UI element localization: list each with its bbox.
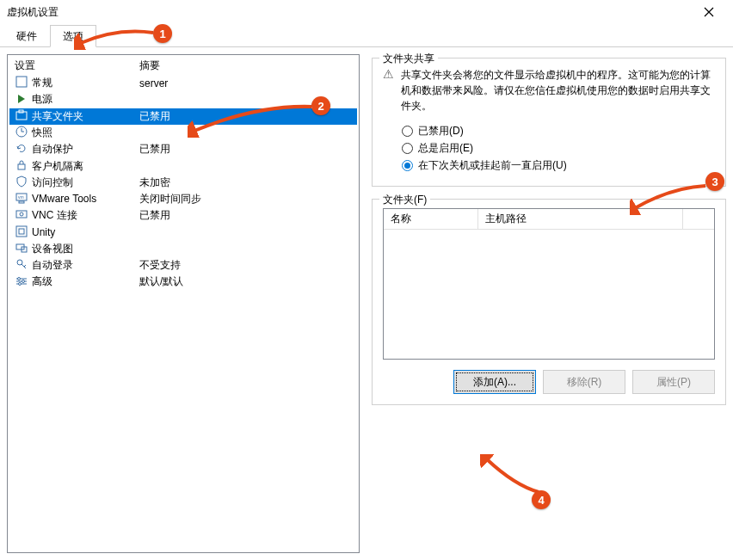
- row-name: 共享文件夹: [32, 110, 83, 122]
- settings-row[interactable]: 设备视图: [9, 241, 357, 257]
- properties-button[interactable]: 属性(P): [632, 370, 715, 394]
- window-title: 虚拟机设置: [7, 5, 59, 20]
- clock-icon: [15, 126, 28, 140]
- tab-options[interactable]: 选项: [50, 25, 96, 47]
- row-name: VNC 连接: [32, 209, 77, 221]
- folder-col-name[interactable]: 名称: [384, 209, 478, 230]
- settings-row[interactable]: vmVMware Tools关闭时间同步: [9, 191, 357, 207]
- radio-icon: [402, 160, 413, 171]
- folder-col-path[interactable]: 主机路径: [478, 209, 683, 230]
- remove-button[interactable]: 移除(R): [543, 370, 625, 394]
- row-name: 访问控制: [32, 176, 73, 188]
- row-summary: [134, 241, 357, 257]
- svg-point-17: [19, 282, 22, 285]
- svg-text:vm: vm: [18, 194, 24, 200]
- vm-icon: vm: [15, 192, 28, 206]
- row-name: VMware Tools: [32, 193, 96, 205]
- settings-row[interactable]: Unity: [9, 225, 357, 241]
- folders-legend: 文件夹(F): [379, 193, 430, 207]
- row-summary: server: [134, 75, 357, 91]
- settings-row[interactable]: 共享文件夹已禁用: [9, 108, 357, 125]
- sharing-warning: 共享文件夹会将您的文件显示给虚拟机中的程序。这可能为您的计算机和数据带来风险。请…: [401, 67, 715, 114]
- settings-row[interactable]: 高级默认/默认: [9, 274, 357, 290]
- row-name: 自动保护: [32, 143, 73, 155]
- svg-rect-8: [16, 211, 27, 218]
- shield-icon: [15, 175, 28, 190]
- radio-always-label: 总是启用(E): [418, 141, 473, 156]
- settings-row[interactable]: 自动登录不受支持: [9, 257, 357, 274]
- row-summary: [134, 91, 357, 108]
- device-icon: [15, 242, 28, 256]
- svg-point-15: [18, 277, 21, 280]
- row-name: 快照: [32, 126, 52, 138]
- settings-row[interactable]: 电源: [9, 91, 357, 108]
- row-summary: 默认/默认: [134, 274, 357, 290]
- row-summary: 不受支持: [134, 257, 357, 274]
- adv-icon: [15, 275, 28, 290]
- radio-until-shutdown[interactable]: 在下次关机或挂起前一直启用(U): [402, 158, 715, 173]
- radio-always[interactable]: 总是启用(E): [402, 141, 715, 156]
- folder-icon: [15, 109, 28, 124]
- settings-row[interactable]: 访问控制未加密: [9, 175, 357, 191]
- radio-disabled[interactable]: 已禁用(D): [402, 124, 715, 138]
- svg-point-16: [22, 280, 25, 282]
- sharing-legend: 文件夹共享: [379, 52, 438, 66]
- row-name: Unity: [32, 225, 55, 237]
- col-header-summary: 摘要: [134, 57, 357, 75]
- refresh-icon: [15, 143, 28, 157]
- box-icon: [15, 76, 28, 90]
- radio-until-label: 在下次关机或挂起前一直启用(U): [418, 158, 567, 173]
- svg-rect-0: [16, 77, 27, 87]
- tab-bar: 硬件 选项: [0, 24, 733, 47]
- unity-icon: [15, 225, 28, 240]
- row-summary: [134, 125, 357, 141]
- row-summary: 已禁用: [134, 108, 357, 125]
- add-button[interactable]: 添加(A)...: [453, 370, 536, 394]
- tab-hardware[interactable]: 硬件: [3, 25, 50, 47]
- svg-rect-11: [19, 229, 24, 234]
- svg-rect-6: [19, 201, 24, 203]
- radio-icon: [402, 126, 413, 137]
- svg-rect-10: [16, 226, 27, 237]
- radio-disabled-label: 已禁用(D): [418, 124, 464, 138]
- titlebar: 虚拟机设置: [0, 0, 733, 24]
- close-button[interactable]: [692, 2, 726, 22]
- folder-col-end: [683, 209, 714, 230]
- row-summary: 已禁用: [134, 207, 357, 224]
- play-icon: [15, 93, 28, 108]
- settings-row[interactable]: 常规server: [9, 75, 357, 91]
- settings-row[interactable]: 快照: [9, 125, 357, 141]
- settings-row[interactable]: 自动保护已禁用: [9, 141, 357, 157]
- row-name: 电源: [32, 93, 52, 105]
- row-summary: 未加密: [134, 175, 357, 191]
- row-summary: [134, 158, 357, 175]
- svg-rect-4: [18, 164, 25, 169]
- folders-group: 文件夹(F) 名称 主机路径 添加(A)... 移除(R) 属性(P): [372, 199, 726, 405]
- vnc-icon: [15, 209, 28, 224]
- settings-row[interactable]: VNC 连接已禁用: [9, 207, 357, 224]
- lock-icon: [15, 159, 28, 174]
- row-name: 客户机隔离: [32, 160, 83, 172]
- row-name: 高级: [32, 275, 52, 287]
- key-icon: [15, 258, 28, 273]
- svg-point-9: [20, 212, 23, 216]
- row-summary: 关闭时间同步: [134, 191, 357, 207]
- col-header-setting: 设置: [9, 57, 134, 75]
- row-summary: 已禁用: [134, 141, 357, 157]
- radio-icon: [402, 143, 413, 154]
- row-name: 常规: [32, 77, 52, 89]
- folder-list[interactable]: 名称 主机路径: [383, 208, 715, 360]
- settings-row[interactable]: 客户机隔离: [9, 158, 357, 175]
- row-name: 设备视图: [32, 243, 73, 255]
- row-summary: [134, 225, 357, 241]
- settings-list: 设置 摘要 常规server电源共享文件夹已禁用快照自动保护已禁用客户机隔离访问…: [7, 54, 360, 553]
- folder-sharing-group: 文件夹共享 ⚠ 共享文件夹会将您的文件显示给虚拟机中的程序。这可能为您的计算机和…: [372, 58, 726, 187]
- warning-icon: ⚠: [383, 67, 394, 114]
- row-name: 自动登录: [32, 259, 73, 271]
